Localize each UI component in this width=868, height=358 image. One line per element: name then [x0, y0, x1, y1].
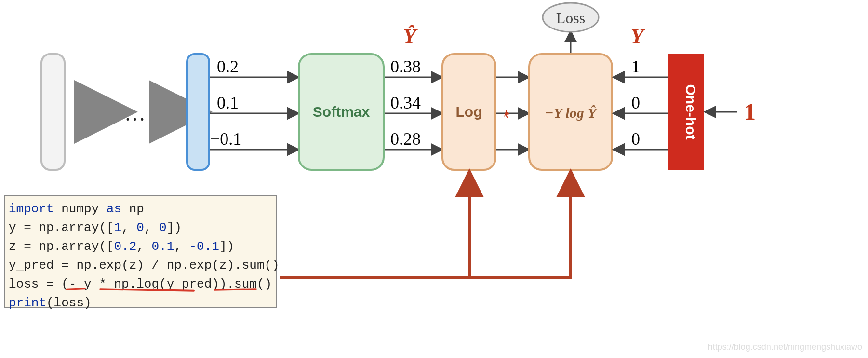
prob-1: 0.34 — [390, 93, 421, 112]
logit-0: 0.2 — [217, 57, 239, 76]
loss-label: Loss — [556, 9, 585, 27]
target-0: 1 — [631, 57, 640, 76]
log-label: Log — [456, 104, 482, 120]
prob-2: 0.28 — [390, 129, 421, 149]
logits-tensor — [187, 54, 209, 170]
code-snippet: import numpy as np y = np.array([1, 0, 0… — [4, 195, 277, 308]
class-label-input: 1 — [744, 99, 756, 124]
target-2: 0 — [631, 129, 640, 149]
logit-2: −0.1 — [210, 129, 241, 149]
ellipsis: … — [124, 102, 146, 125]
y-header: Y — [631, 25, 646, 48]
yhat-header: Ŷ — [403, 25, 418, 48]
logit-1: 0.1 — [217, 93, 239, 112]
target-1: 0 — [631, 93, 640, 112]
watermark: https://blog.csdn.net/ningmengshuxiawo — [708, 342, 862, 352]
cursor-icon — [504, 110, 509, 118]
prob-0: 0.38 — [390, 57, 421, 76]
input-tensor — [41, 54, 65, 170]
softmax-label: Softmax — [313, 104, 370, 120]
code-connector — [280, 172, 571, 278]
nll-label: −Y log Ŷ — [545, 105, 598, 121]
onehot-label: One-hot — [683, 84, 699, 140]
